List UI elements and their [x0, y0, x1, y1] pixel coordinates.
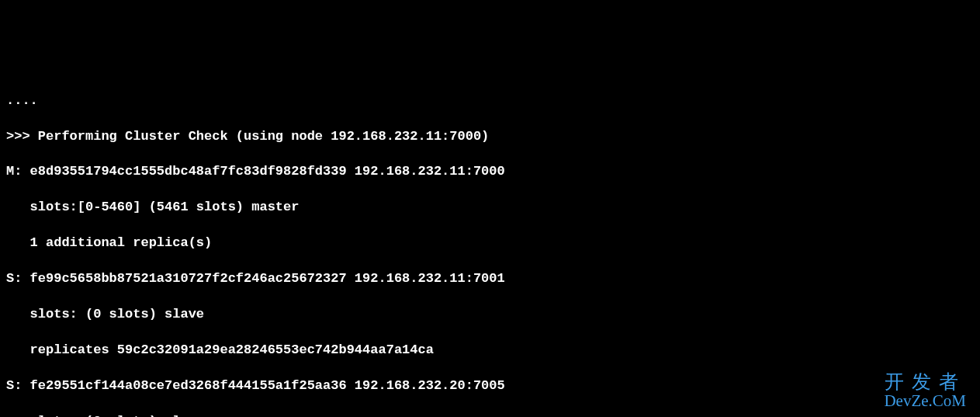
slave-node-line: S: fe99c5658bb87521a310727f2cf246ac25672… — [6, 270, 974, 288]
slots-line: slots: (0 slots) slave — [6, 413, 974, 417]
terminal-output: .... >>> Performing Cluster Check (using… — [6, 75, 974, 417]
slots-line: slots:[0-5460] (5461 slots) master — [6, 199, 974, 217]
slots-line: slots: (0 slots) slave — [6, 306, 974, 324]
replicates-line: replicates 59c2c32091a29ea28246553ec742b… — [6, 342, 974, 360]
output-line: .... — [6, 92, 974, 110]
cluster-check-header: >>> Performing Cluster Check (using node… — [6, 128, 974, 146]
replica-count-line: 1 additional replica(s) — [6, 235, 974, 252]
slave-node-line: S: fe29551cf144a08ce7ed3268f444155a1f25a… — [6, 377, 974, 395]
master-node-line: M: e8d93551794cc1555dbc48af7fc83df9828fd… — [6, 163, 974, 181]
